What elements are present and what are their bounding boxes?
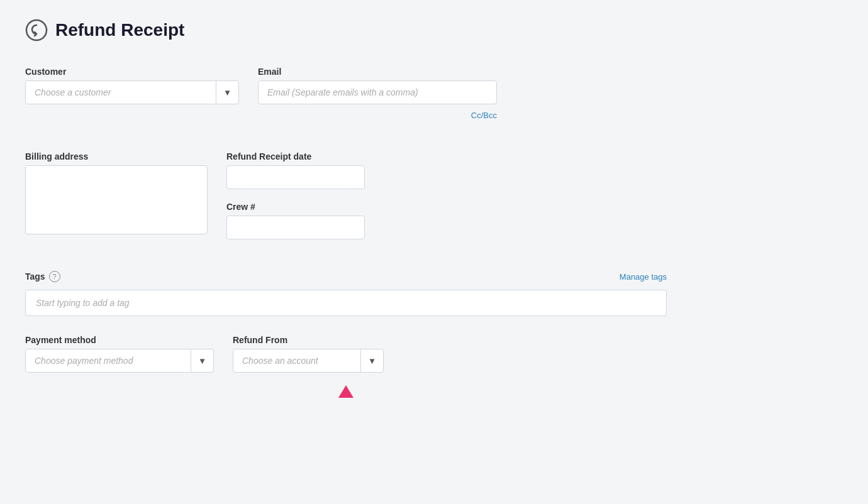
- billing-label: Billing address: [25, 151, 208, 162]
- tags-label-row: Tags ?: [25, 271, 60, 282]
- crew-input[interactable]: [226, 216, 365, 239]
- date-label: Refund Receipt date: [226, 151, 365, 162]
- payment-dropdown-button[interactable]: ▼: [191, 349, 214, 373]
- tags-input[interactable]: [25, 290, 667, 316]
- page-title: Refund Receipt: [55, 20, 184, 40]
- date-form-group: Refund Receipt date 12/27/2020: [226, 151, 365, 189]
- date-crew-column: Refund Receipt date 12/27/2020 Crew #: [226, 151, 365, 239]
- customer-input[interactable]: [25, 80, 216, 104]
- crew-form-group: Crew #: [226, 202, 365, 239]
- chevron-down-icon: ▼: [223, 88, 231, 97]
- crew-label: Crew #: [226, 202, 365, 212]
- tags-form-group: Tags ? Manage tags: [25, 271, 667, 316]
- page-header: Refund Receipt: [25, 19, 667, 41]
- page-container: Refund Receipt Customer ▼ Email Cc/Bcc B…: [0, 0, 692, 417]
- cc-bcc-link[interactable]: Cc/Bcc: [258, 111, 497, 120]
- payment-label: Payment method: [25, 335, 214, 345]
- refund-from-select-wrapper: ▼: [233, 349, 384, 373]
- billing-form-group: Billing address: [25, 151, 208, 234]
- customer-email-row: Customer ▼ Email Cc/Bcc: [25, 67, 667, 120]
- refund-from-input[interactable]: [233, 349, 361, 373]
- email-input[interactable]: [258, 80, 497, 104]
- tags-help-icon[interactable]: ?: [49, 271, 60, 282]
- scroll-up-arrow-icon: [338, 385, 353, 398]
- chevron-down-icon: ▼: [198, 356, 206, 366]
- refund-from-form-group: Refund From ▼: [233, 335, 384, 373]
- refund-from-dropdown-button[interactable]: ▼: [361, 349, 384, 373]
- manage-tags-link[interactable]: Manage tags: [620, 272, 667, 282]
- customer-select-wrapper: ▼: [25, 80, 239, 104]
- billing-textarea[interactable]: [25, 165, 208, 234]
- customer-label: Customer: [25, 67, 239, 77]
- email-label: Email: [258, 67, 497, 77]
- payment-input[interactable]: [25, 349, 191, 373]
- tags-row: Tags ? Manage tags: [25, 271, 667, 282]
- bottom-arrow-container: [25, 385, 667, 398]
- customer-dropdown-button[interactable]: ▼: [216, 80, 239, 104]
- tags-label: Tags: [25, 271, 45, 282]
- payment-select-wrapper: ▼: [25, 349, 214, 373]
- svg-point-0: [26, 20, 47, 40]
- refund-receipt-icon: [25, 19, 48, 41]
- payment-refund-row: Payment method ▼ Refund From ▼: [25, 335, 667, 373]
- email-form-group: Email Cc/Bcc: [258, 67, 497, 120]
- date-input[interactable]: 12/27/2020: [226, 165, 365, 189]
- customer-form-group: Customer ▼: [25, 67, 239, 104]
- chevron-down-icon: ▼: [368, 356, 376, 366]
- refund-from-label: Refund From: [233, 335, 384, 345]
- billing-date-row: Billing address Refund Receipt date 12/2…: [25, 151, 667, 239]
- payment-form-group: Payment method ▼: [25, 335, 214, 373]
